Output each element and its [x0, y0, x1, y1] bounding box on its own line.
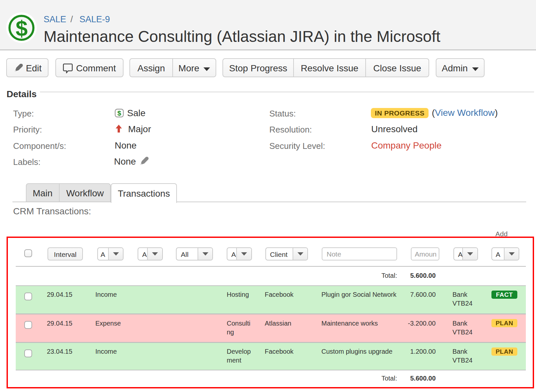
svg-text:$: $ [117, 109, 121, 117]
svg-text:$: $ [16, 16, 28, 41]
